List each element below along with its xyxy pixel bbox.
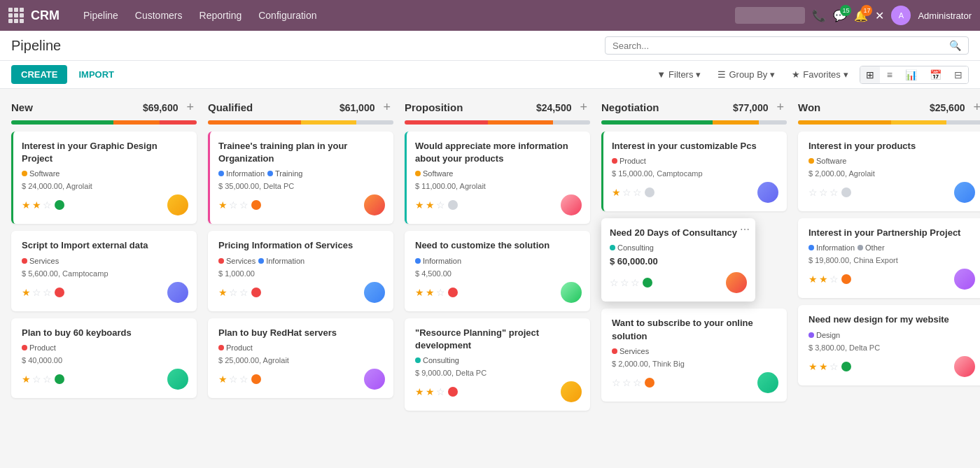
import-button[interactable]: IMPORT xyxy=(73,65,120,84)
star-3: ☆ xyxy=(631,277,640,288)
kanban-card[interactable]: "Resource Planning" project development … xyxy=(405,318,590,411)
column-add-button[interactable]: + xyxy=(970,100,980,115)
star-2: ★ xyxy=(426,199,435,211)
priority-badge xyxy=(841,187,851,197)
card-meta: $ 4,500.00 xyxy=(415,269,582,278)
progress-segment xyxy=(301,120,357,125)
column-amount: $24,500 xyxy=(536,102,572,113)
tag-label: Design xyxy=(816,331,840,339)
menu-pipeline[interactable]: Pipeline xyxy=(76,6,125,25)
topnav-search[interactable] xyxy=(735,7,805,24)
card-stars[interactable]: ★★☆ xyxy=(22,199,52,211)
star-1: ★ xyxy=(415,199,424,211)
card-avatar xyxy=(167,282,188,303)
search-icon[interactable]: 🔍 xyxy=(949,40,961,51)
card-tag: Product xyxy=(22,343,56,352)
kanban-card[interactable]: Need to customize the solution Informati… xyxy=(405,231,590,311)
create-button[interactable]: CREATE xyxy=(11,65,67,84)
messages-icon[interactable]: 💬 15 xyxy=(833,9,847,22)
kanban-card[interactable]: Interest in your Partnership Project Inf… xyxy=(798,218,980,298)
tag-label: Services xyxy=(620,347,649,355)
star-1: ★ xyxy=(218,374,227,385)
view-calendar[interactable]: 📅 xyxy=(924,66,947,83)
column-add-button[interactable]: + xyxy=(380,100,393,115)
kanban-card[interactable]: Want to subscribe to your online solutio… xyxy=(601,309,787,401)
card-stars[interactable]: ★☆☆ xyxy=(218,374,248,385)
app-grid-icon[interactable] xyxy=(8,8,24,23)
tag-dot xyxy=(267,171,273,176)
user-avatar[interactable]: A xyxy=(891,6,911,25)
kanban-card[interactable]: Pricing Information of Services Services… xyxy=(208,231,393,311)
view-list[interactable]: ≡ xyxy=(881,66,898,83)
card-stars[interactable]: ☆☆☆ xyxy=(612,377,642,388)
activity-icon[interactable]: 🔔 17 xyxy=(854,9,868,22)
card-footer: ★★☆ xyxy=(415,381,582,402)
view-grid[interactable]: ⊟ xyxy=(948,66,968,83)
favorites-button[interactable]: ★ Favorites ▾ xyxy=(786,66,853,83)
card-stars[interactable]: ★☆☆ xyxy=(218,287,248,298)
column-title: Qualified xyxy=(208,101,253,113)
star-2: ☆ xyxy=(622,377,631,388)
card-stars[interactable]: ★★☆ xyxy=(415,287,445,298)
card-meta: $ 15,000.00, Camptocamp xyxy=(612,169,778,178)
kanban-card[interactable]: Need new design for my website Design $ … xyxy=(798,305,980,385)
kanban-card[interactable]: Interest in your Graphic Design Project … xyxy=(11,132,197,224)
view-switcher: ⊞ ≡ 📊 📅 ⊟ xyxy=(860,66,969,84)
phone-icon[interactable]: 📞 xyxy=(812,9,826,22)
popup-card[interactable]: ⋯ Need 20 Days of Consultancy Consulting… xyxy=(601,218,755,302)
star-2: ★ xyxy=(819,361,828,372)
search-input[interactable] xyxy=(612,41,946,51)
card-avatar xyxy=(726,272,747,293)
column-add-button[interactable]: + xyxy=(183,100,197,115)
star-1: ★ xyxy=(808,274,818,285)
card-tags: Information Training xyxy=(218,169,385,178)
column-amount: $25,600 xyxy=(930,102,965,113)
column-add-button[interactable]: + xyxy=(774,100,787,115)
groupby-button[interactable]: ☰ Group By ▾ xyxy=(712,66,780,83)
card-avatar xyxy=(364,369,385,390)
column-amount: $61,000 xyxy=(340,102,375,113)
card-stars[interactable]: ★★☆ xyxy=(415,386,445,397)
card-avatar xyxy=(561,282,582,303)
card-stars[interactable]: ★★☆ xyxy=(808,274,839,285)
card-stars[interactable]: ★☆☆ xyxy=(22,287,52,298)
kanban-column-qualified: Qualified $61,000 + Trainee's training p… xyxy=(208,100,393,405)
kanban-card[interactable]: Script to Import external data Services … xyxy=(11,231,197,311)
search-bar[interactable]: 🔍 xyxy=(605,36,969,55)
kanban-card[interactable]: Interest in your customizable Pcs Produc… xyxy=(601,132,787,211)
kanban-card[interactable]: Plan to buy RedHat servers Product $ 25,… xyxy=(208,318,393,398)
card-meta: $ 1,000.00 xyxy=(218,269,385,278)
card-stars[interactable]: ★★☆ xyxy=(415,199,445,211)
card-stars[interactable]: ☆☆☆ xyxy=(808,187,839,198)
popup-stars[interactable]: ☆☆☆ xyxy=(610,277,640,288)
card-title: Trainee's training plan in your Organiza… xyxy=(218,140,385,165)
kanban-board: New $69,600 + Interest in your Graphic D… xyxy=(0,89,980,459)
column-amount: $69,600 xyxy=(143,102,178,113)
card-menu-icon[interactable]: ⋯ xyxy=(740,224,750,235)
tag-dot xyxy=(808,332,814,338)
menu-configuration[interactable]: Configuration xyxy=(251,6,323,25)
progress-segment xyxy=(946,120,980,125)
kanban-card[interactable]: Plan to buy 60 keyboards Product $ 40,00… xyxy=(11,318,197,398)
priority-badge xyxy=(55,200,64,210)
groupby-label: Group By xyxy=(729,69,767,80)
filters-button[interactable]: ▼ Filters ▾ xyxy=(651,66,706,83)
card-stars[interactable]: ★★☆ xyxy=(808,361,839,372)
star-1: ★ xyxy=(808,361,818,372)
card-stars[interactable]: ★☆☆ xyxy=(22,374,52,385)
kanban-card[interactable]: Would appreciate more information about … xyxy=(405,132,590,224)
kanban-card[interactable]: Interest in your products Software $ 2,0… xyxy=(798,132,980,211)
column-add-button[interactable]: + xyxy=(577,100,590,115)
card-stars[interactable]: ★☆☆ xyxy=(612,187,642,198)
view-chart[interactable]: 📊 xyxy=(899,66,923,83)
kanban-card[interactable]: Trainee's training plan in your Organiza… xyxy=(208,132,393,224)
card-stars[interactable]: ★☆☆ xyxy=(218,199,248,211)
close-icon[interactable]: ✕ xyxy=(875,9,884,22)
card-footer: ★★☆ xyxy=(415,194,582,215)
star-3: ☆ xyxy=(633,187,642,198)
tag-label: Information xyxy=(226,169,265,178)
menu-customers[interactable]: Customers xyxy=(128,6,190,25)
menu-reporting[interactable]: Reporting xyxy=(192,6,249,25)
view-kanban[interactable]: ⊞ xyxy=(860,66,880,83)
card-title: Interest in your customizable Pcs xyxy=(612,140,778,153)
